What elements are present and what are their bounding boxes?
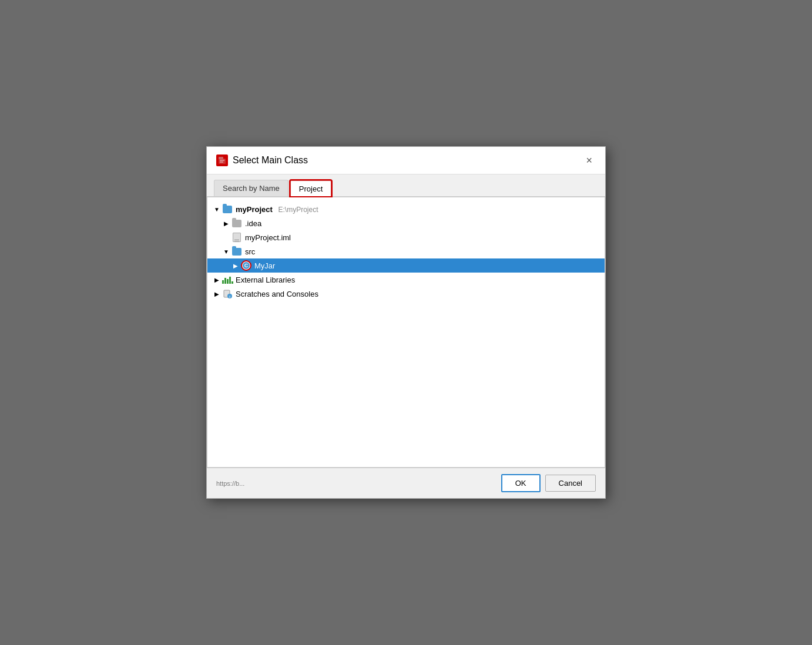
title-bar-left: Select Main Class (216, 154, 308, 166)
chevron-src (222, 248, 231, 255)
tree-item-myjar[interactable]: C MyJar (207, 258, 605, 273)
tree-content: myProject E:\myProject .idea myProject.i… (207, 197, 605, 468)
folder-gray-icon (231, 219, 243, 228)
myproject-label: myProject E:\myProject (236, 205, 318, 214)
chevron-libraries (212, 277, 222, 283)
chevron-idea (222, 220, 231, 227)
project-folder-icon (222, 204, 233, 214)
tree-item-src[interactable]: src (207, 244, 605, 258)
app-icon (216, 154, 228, 166)
tab-search-by-name[interactable]: Search by Name (214, 180, 288, 196)
title-bar: Select Main Class × (207, 147, 605, 174)
tab-project[interactable]: Project (290, 180, 332, 197)
src-folder-icon (231, 247, 243, 256)
bottom-bar: https://b... OK Cancel (207, 468, 605, 498)
idea-label: .idea (245, 219, 261, 228)
select-main-class-dialog: Select Main Class × Search by Name Proje… (206, 146, 606, 499)
tabs-bar: Search by Name Project (207, 174, 605, 197)
scratches-label: Scratches and Consoles (236, 290, 318, 298)
tree-item-myproject[interactable]: myProject E:\myProject (207, 202, 605, 216)
svg-rect-2 (220, 160, 224, 161)
src-label: src (245, 247, 255, 256)
tree-item-external-libraries[interactable]: External Libraries (207, 273, 605, 287)
tree-item-scratches[interactable]: i Scratches and Consoles (207, 287, 605, 301)
close-button[interactable]: × (582, 154, 596, 167)
iml-label: myProject.iml (245, 233, 291, 242)
chevron-myproject (212, 206, 222, 213)
tree-item-iml[interactable]: myProject.iml (207, 230, 605, 244)
myjar-label: MyJar (254, 261, 275, 270)
class-icon: C (240, 261, 252, 270)
chevron-myjar (231, 263, 240, 269)
scratches-icon: i (222, 289, 233, 298)
ok-button[interactable]: OK (501, 474, 541, 492)
file-icon (231, 233, 243, 242)
libraries-icon (222, 275, 233, 284)
chevron-scratches (212, 291, 222, 297)
dialog-title: Select Main Class (233, 155, 308, 166)
svg-rect-0 (219, 159, 226, 164)
tree-item-idea[interactable]: .idea (207, 216, 605, 230)
cancel-button[interactable]: Cancel (545, 475, 596, 492)
svg-rect-1 (219, 157, 223, 159)
libraries-label: External Libraries (236, 276, 295, 284)
svg-rect-3 (220, 162, 223, 163)
